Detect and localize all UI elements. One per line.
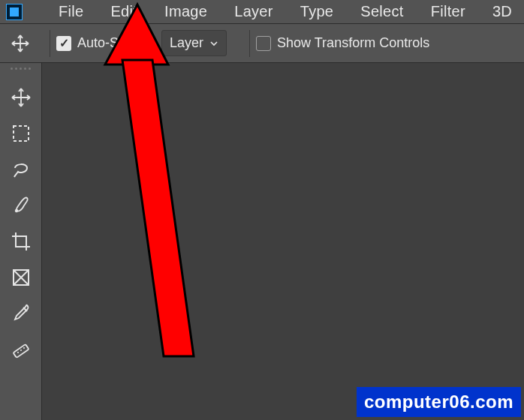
menu-file[interactable]: File — [45, 0, 97, 23]
watermark: computer06.com — [357, 387, 521, 417]
canvas-area[interactable] — [42, 63, 524, 420]
healing-tool-icon[interactable] — [3, 332, 39, 368]
options-bar: ✓ Auto-Select: Layer Show Transform Cont… — [0, 24, 524, 63]
divider — [249, 30, 250, 57]
toolbar-grip[interactable] — [6, 68, 36, 75]
svg-point-1 — [14, 209, 17, 212]
menu-select[interactable]: Select — [347, 0, 417, 23]
menu-type[interactable]: Type — [287, 0, 348, 23]
menubar: File Edit Image Layer Type Select Filter… — [0, 0, 524, 24]
menu-filter[interactable]: Filter — [417, 0, 479, 23]
menu-image[interactable]: Image — [151, 0, 221, 23]
eyedropper-tool-icon[interactable] — [3, 296, 39, 332]
menu-layer[interactable]: Layer — [221, 0, 287, 23]
chevron-down-icon — [209, 39, 218, 48]
svg-rect-0 — [14, 126, 29, 141]
marquee-tool-icon[interactable] — [3, 116, 39, 152]
menu-3d[interactable]: 3D — [479, 0, 524, 23]
crop-tool-icon[interactable] — [3, 224, 39, 260]
svg-point-5 — [20, 350, 22, 351]
svg-point-4 — [17, 352, 19, 353]
divider — [50, 30, 50, 57]
app-icon — [6, 4, 23, 20]
menu-edit[interactable]: Edit — [97, 0, 151, 23]
auto-select-mode-value: Layer — [170, 35, 203, 51]
frame-tool-icon[interactable] — [3, 260, 39, 296]
show-transform-checkbox[interactable] — [256, 36, 271, 51]
show-transform-label: Show Transform Controls — [277, 35, 429, 51]
svg-point-6 — [23, 347, 25, 349]
auto-select-label: Auto-Select: — [77, 35, 151, 51]
move-tool-icon[interactable] — [3, 80, 39, 116]
brush-tool-icon[interactable] — [3, 188, 39, 224]
left-toolbar — [0, 63, 42, 420]
auto-select-mode-select[interactable]: Layer — [161, 30, 227, 56]
move-tool-indicator-icon — [8, 31, 33, 56]
lasso-tool-icon[interactable] — [3, 152, 39, 188]
auto-select-checkbox[interactable]: ✓ — [56, 36, 71, 51]
